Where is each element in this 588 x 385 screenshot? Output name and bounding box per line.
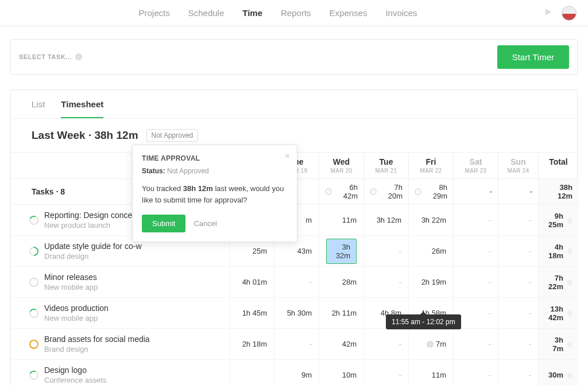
select-task-input[interactable]: SELECT TASK... i <box>19 53 82 60</box>
submit-button[interactable]: Submit <box>142 215 185 232</box>
time-cell[interactable]: - <box>498 329 538 360</box>
time-cell[interactable]: 11m <box>408 360 453 385</box>
nav-reports[interactable]: Reports <box>281 8 311 18</box>
row-total: 30m🗑 <box>538 360 578 385</box>
tab-list[interactable]: List <box>32 99 45 118</box>
total-header: Total <box>538 153 578 179</box>
task-row[interactable]: Minor releasesNew mobile app <box>11 267 229 298</box>
avatar[interactable] <box>562 6 577 21</box>
nav-expenses[interactable]: Expenses <box>330 8 368 18</box>
approval-modal: × TIME APPROVAL Status: Not Approved You… <box>132 145 297 242</box>
time-cell[interactable]: - <box>363 236 408 267</box>
time-cell[interactable]: 9m <box>274 360 319 385</box>
delete-icon[interactable]: 🗑 <box>567 217 571 224</box>
time-cell[interactable]: 28m <box>319 267 363 298</box>
modal-body: You tracked 38h 12m last week, would you… <box>142 183 288 205</box>
task-row[interactable]: Design logoConference assets <box>11 360 229 385</box>
delete-icon[interactable]: 🗑 <box>567 248 571 255</box>
time-cell[interactable]: 11m <box>319 205 363 236</box>
time-cell[interactable]: 3h 32m <box>319 236 363 267</box>
task-project: New mobile app <box>44 283 98 291</box>
delete-icon[interactable]: 🗑 <box>567 341 571 348</box>
nav-time[interactable]: Time <box>242 8 262 18</box>
status-badge: Not Approved <box>146 129 199 142</box>
progress-ring-icon <box>28 337 41 351</box>
time-cell[interactable]: - <box>363 360 408 385</box>
time-cell[interactable]: 3h 12m <box>363 205 408 236</box>
row-total: 3h 7m🗑 <box>538 329 578 360</box>
time-cell[interactable]: - <box>363 267 408 298</box>
time-cell[interactable]: - <box>453 360 498 385</box>
nav-invoices[interactable]: Invoices <box>385 8 417 18</box>
time-cell[interactable]: 1h 45m <box>229 298 274 329</box>
task-name: Reporting: Design concept c <box>44 211 145 220</box>
row-total: 9h 25m🗑 <box>538 205 578 236</box>
time-cell[interactable]: - <box>498 298 538 329</box>
time-cell[interactable]: - <box>453 205 498 236</box>
modal-title: TIME APPROVAL <box>142 154 288 162</box>
task-project: Drand design <box>44 252 142 260</box>
delete-icon[interactable]: 🗑 <box>567 279 571 286</box>
task-row[interactable]: Brand assets for social mediaBrand desig… <box>11 329 229 360</box>
info-icon: i <box>427 341 434 348</box>
check-icon <box>370 188 377 195</box>
day-header-4: FriMAR 22 <box>408 153 453 179</box>
time-cell[interactable]: - <box>453 267 498 298</box>
day-header-3: TueMAR 21 <box>363 153 408 179</box>
progress-ring-icon <box>28 307 40 319</box>
top-nav: ProjectsScheduleTimeReportsExpensesInvoi… <box>0 0 588 26</box>
day-header-2: WedMAR 20 <box>319 153 363 179</box>
cancel-button[interactable]: Cancel <box>194 219 216 228</box>
time-cell[interactable]: - <box>498 236 538 267</box>
progress-ring-icon <box>28 244 41 258</box>
task-row[interactable]: Videos productionNew mobile app <box>11 298 229 329</box>
task-name: Minor releases <box>44 273 98 282</box>
task-name: Design logo <box>44 365 106 375</box>
day-header-6: SunMAR 24 <box>498 153 538 179</box>
task-project: New product launch <box>44 221 145 230</box>
time-cell[interactable]: 26m <box>408 236 453 267</box>
nav-schedule[interactable]: Schedule <box>188 8 225 18</box>
time-cell[interactable]: - <box>498 205 538 236</box>
time-cell[interactable]: 2h 19m <box>408 267 453 298</box>
delete-icon[interactable]: 🗑 <box>567 372 571 379</box>
nav-projects[interactable]: Projects <box>139 8 170 18</box>
time-cell[interactable]: - <box>498 360 538 385</box>
time-cell[interactable]: - <box>453 329 498 360</box>
close-icon[interactable]: × <box>285 151 290 161</box>
time-cell[interactable]: 10m <box>319 360 363 385</box>
time-cell[interactable]: 2h 11m <box>319 298 363 329</box>
task-project: Brand design <box>44 345 150 353</box>
check-icon <box>415 188 421 195</box>
time-tooltip: 11:55 am - 12:02 pm <box>386 314 461 329</box>
time-cell[interactable]: i7m <box>408 329 453 360</box>
timer-bar: SELECT TASK... i Start Timer <box>10 39 578 75</box>
row-total: 13h 42m🗑 <box>538 298 578 329</box>
time-cell[interactable]: - <box>498 267 538 298</box>
modal-status: Status: Not Approved <box>142 167 288 175</box>
row-total: 7h 22m🗑 <box>538 267 578 298</box>
delete-icon[interactable]: 🗑 <box>567 310 571 317</box>
time-cell[interactable]: - <box>274 267 319 298</box>
time-cell[interactable]: 3h 22m <box>408 205 453 236</box>
day-sum-6: - <box>498 179 538 204</box>
time-cell[interactable]: - <box>453 236 498 267</box>
time-cell[interactable] <box>229 360 274 385</box>
time-cell[interactable]: 2h 18m <box>229 329 274 360</box>
task-name: Update style guide for co-w <box>44 242 142 251</box>
total-sum: 38h 12m <box>538 179 578 204</box>
time-cell[interactable]: 42m <box>319 329 363 360</box>
notification-icon[interactable] <box>544 8 552 18</box>
info-icon: i <box>75 53 82 60</box>
task-name: Brand assets for social media <box>44 335 150 344</box>
time-cell[interactable]: - <box>274 329 319 360</box>
time-cell[interactable]: 5h 30m <box>274 298 319 329</box>
start-timer-button[interactable]: Start Timer <box>497 45 569 69</box>
day-sum-3: 7h 20m <box>363 179 408 204</box>
time-cell[interactable]: 4h 01m <box>229 267 274 298</box>
day-header-5: SatMAR 23 <box>453 153 498 179</box>
time-cell[interactable]: - <box>363 329 408 360</box>
progress-ring-icon <box>28 214 40 226</box>
tab-timesheet[interactable]: Timesheet <box>61 99 103 118</box>
day-sum-4: 8h 29m <box>408 179 453 204</box>
